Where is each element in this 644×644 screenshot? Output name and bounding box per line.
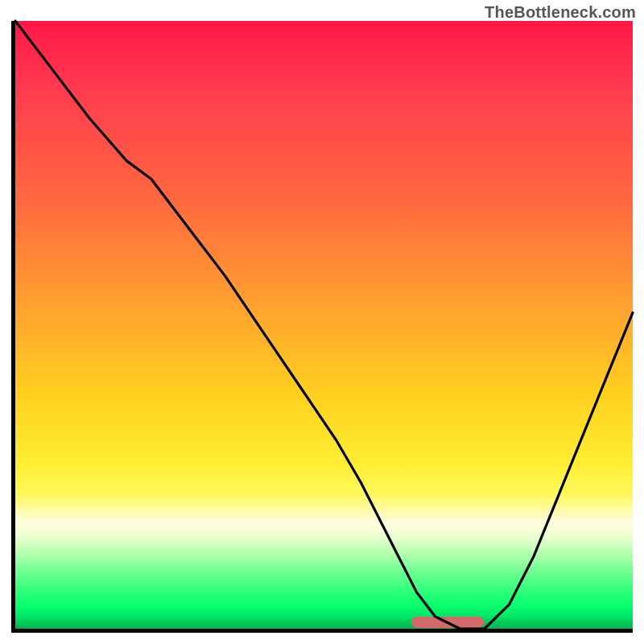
chart-container: TheBottleneck.com	[0, 0, 644, 644]
bottleneck-curve	[15, 21, 633, 629]
plot-area	[11, 21, 633, 633]
curve-layer	[15, 21, 633, 629]
watermark-text: TheBottleneck.com	[485, 3, 636, 22]
